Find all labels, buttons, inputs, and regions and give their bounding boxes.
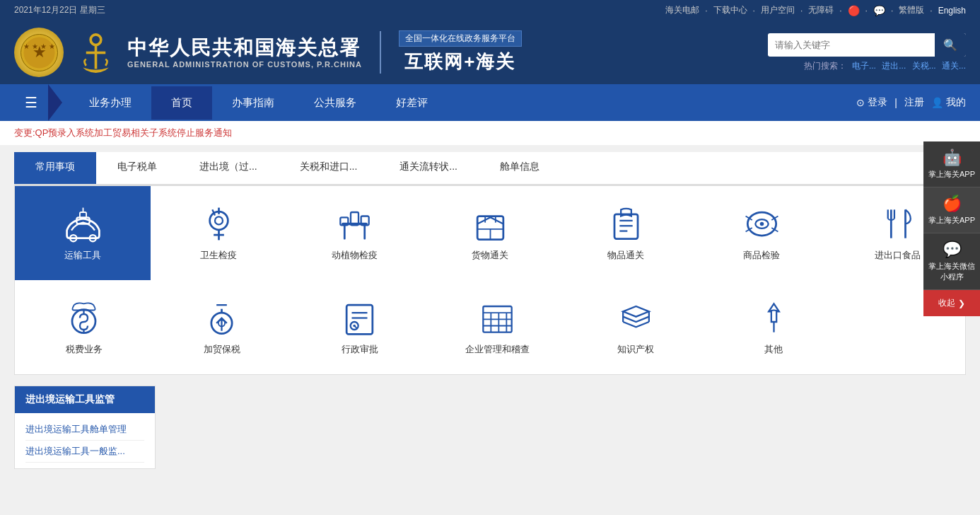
- hot-search-2[interactable]: 进出...: [882, 61, 906, 71]
- icon-other[interactable]: 其他: [705, 280, 843, 374]
- tab-manifest[interactable]: 舱单信息: [479, 152, 561, 184]
- nav-label-public: 公共服务: [314, 96, 356, 110]
- hot-search-label: 热门搜索：: [804, 61, 846, 71]
- my-button[interactable]: 👤 我的: [931, 96, 966, 109]
- hot-search-1[interactable]: 电子...: [852, 61, 876, 71]
- site-title-en: GENERAL ADMINISTRATION OF CUSTOMS, P.R.C…: [127, 60, 362, 69]
- bottom-link-2[interactable]: 进出境运输工具一般监...: [25, 441, 144, 463]
- bottom-link-1[interactable]: 进出境运输工具舱单管理: [25, 419, 144, 441]
- traditional-chinese-link[interactable]: 繁體版: [899, 4, 924, 16]
- nav-label-business: 业务办理: [89, 96, 132, 110]
- sidebar-ios-app[interactable]: 🍎 掌上海关APP: [923, 187, 980, 233]
- nav-item-public[interactable]: 公共服务: [294, 86, 376, 120]
- icon-transport[interactable]: 运输工具: [15, 186, 151, 280]
- search-area: 🔍 热门搜索： 电子... 进出... 关税... 通关...: [768, 33, 966, 72]
- platform-box: 全国一体化在线政务服务平台 互联网+海关: [399, 30, 522, 74]
- email-link[interactable]: 海关电邮: [665, 4, 699, 16]
- emblem-svg: ★ ★ ★ ★ ★: [20, 33, 59, 72]
- nav-menu-toggle[interactable]: ☰: [14, 84, 48, 121]
- search-input[interactable]: [768, 35, 935, 55]
- icon-label-commodity: 商品检验: [743, 249, 780, 262]
- icon-admin[interactable]: 行政审批: [291, 280, 428, 374]
- wechat-icon[interactable]: 💬: [873, 5, 885, 16]
- icon-label-sanitation: 卫生检疫: [200, 249, 237, 262]
- svg-rect-19: [343, 225, 345, 239]
- nav-label-guide: 办事指南: [232, 96, 274, 110]
- icon-goods-items[interactable]: 物品通关: [558, 186, 694, 280]
- user-space-link[interactable]: 用户空间: [761, 4, 795, 16]
- search-box: 🔍: [768, 33, 966, 57]
- tab-border[interactable]: 进出境（过...: [178, 152, 279, 184]
- nav-item-business[interactable]: 业务办理: [69, 86, 151, 120]
- announcement-link[interactable]: 变更:QP预录入系统加工贸易相关子系统停止服务通知: [14, 127, 232, 138]
- collapse-icon: ❯: [958, 299, 965, 308]
- customs-icon: [74, 28, 117, 76]
- svg-text:★ ★ ★ ★: ★ ★ ★ ★: [23, 42, 54, 50]
- sidebar-wechat-mini[interactable]: 💬 掌上海关微信小程序: [923, 233, 980, 290]
- login-link[interactable]: 登录: [868, 96, 887, 109]
- nav-item-rating[interactable]: 好差评: [376, 86, 448, 120]
- tab-tariff[interactable]: 关税和进口...: [279, 152, 379, 184]
- site-title-cn: 中华人民共和国海关总署: [127, 36, 362, 60]
- icon-row-1: 运输工具 卫生检疫: [14, 185, 966, 280]
- icon-bonded[interactable]: 加贸保税: [153, 280, 291, 374]
- icon-label-ip: 知识产权: [617, 343, 654, 356]
- right-sidebar: 🤖 掌上海关APP 🍎 掌上海关APP 💬 掌上海关微信小程序 收起 ❯: [923, 141, 980, 316]
- tab-etax[interactable]: 电子税单: [96, 152, 178, 184]
- hot-search-3[interactable]: 关税...: [912, 61, 936, 71]
- nav-right: ⊙ 登录 | 注册 👤 我的: [856, 96, 966, 109]
- sidebar-android-app[interactable]: 🤖 掌上海关APP: [923, 141, 980, 187]
- platform-text: 全国一体化在线政务服务平台: [399, 30, 522, 47]
- accessibility-link[interactable]: 无障碍: [808, 4, 834, 16]
- android-icon: 🤖: [927, 149, 976, 167]
- english-link[interactable]: English: [938, 6, 966, 16]
- weibo-icon[interactable]: 🔴: [848, 5, 860, 16]
- bottom-section: 进出境运输工具监管 进出境运输工具舱单管理 进出境运输工具一般监...: [14, 386, 156, 469]
- main-layout: 常用事项 电子税单 进出境（过... 关税和进口... 通关流转状... 舱单信…: [0, 145, 980, 476]
- icon-enterprise[interactable]: 企业管理和稽查: [428, 280, 566, 374]
- icon-goods-customs[interactable]: 货物通关: [422, 186, 558, 280]
- icon-label-bonded: 加贸保税: [204, 343, 240, 356]
- icon-tax[interactable]: 税费业务: [15, 280, 153, 374]
- announcement-bar: 变更:QP预录入系统加工贸易相关子系统停止服务通知: [0, 121, 980, 145]
- login-button[interactable]: ⊙ 登录: [856, 96, 887, 109]
- bottom-links: 进出境运输工具舱单管理 进出境运输工具一般监...: [15, 413, 155, 468]
- register-link[interactable]: 注册: [904, 96, 924, 109]
- apple-icon: 🍎: [927, 195, 976, 213]
- logo-divider: [380, 31, 381, 74]
- icon-label-transport: 运输工具: [64, 249, 101, 262]
- tab-clearance[interactable]: 通关流转状...: [378, 152, 479, 184]
- hot-search-4[interactable]: 通关...: [942, 61, 966, 71]
- bottom-section-title: 进出境运输工具监管: [15, 386, 155, 413]
- main-slogan: 互联网+海关: [399, 50, 522, 74]
- sidebar-label-android: 掌上海关APP: [927, 169, 976, 180]
- icon-animal-plant[interactable]: 动植物检疫: [286, 186, 422, 280]
- icon-label-enterprise: 企业管理和稽查: [465, 343, 530, 356]
- icon-label-goods-items: 物品通关: [607, 249, 644, 262]
- nav-label-rating: 好差评: [396, 96, 428, 110]
- icon-ip[interactable]: 知识产权: [567, 280, 705, 374]
- nav-item-home[interactable]: 首页: [151, 86, 212, 120]
- svg-point-15: [215, 216, 223, 224]
- svg-rect-51: [347, 305, 373, 334]
- hot-search: 热门搜索： 电子... 进出... 关税... 通关...: [804, 60, 966, 72]
- left-panel: 常用事项 电子税单 进出境（过... 关税和进口... 通关流转状... 舱单信…: [14, 152, 966, 469]
- svg-point-12: [209, 212, 228, 230]
- icon-commodity[interactable]: 商品检验: [694, 186, 829, 280]
- icon-label-animal-plant: 动植物检疫: [332, 249, 378, 262]
- menu-icon: ☰: [25, 94, 37, 111]
- my-label: 我的: [946, 96, 966, 109]
- svg-point-56: [354, 325, 356, 328]
- user-icon: 👤: [931, 97, 943, 108]
- download-link[interactable]: 下载中心: [713, 4, 747, 16]
- national-emblem: ★ ★ ★ ★ ★: [14, 28, 64, 77]
- svg-rect-20: [363, 225, 366, 239]
- logo-area: ★ ★ ★ ★ ★ 中华人民共和国海关总署 GENERAL ADMINISTRA…: [14, 28, 522, 77]
- tab-common[interactable]: 常用事项: [14, 152, 96, 184]
- logo-text: 中华人民共和国海关总署 GENERAL ADMINISTRATION OF CU…: [127, 36, 362, 69]
- icon-sanitation[interactable]: 卫生检疫: [151, 186, 286, 280]
- search-button[interactable]: 🔍: [935, 33, 966, 57]
- nav-item-guide[interactable]: 办事指南: [212, 86, 294, 120]
- sidebar-collapse-button[interactable]: 收起 ❯: [923, 290, 980, 316]
- icon-label-other: 其他: [764, 343, 783, 356]
